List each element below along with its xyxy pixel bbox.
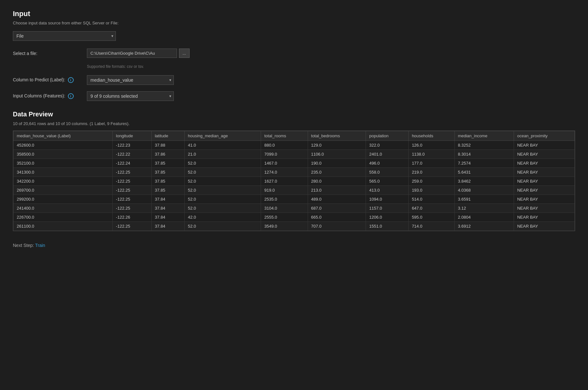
table-cell: 514.0 [408, 195, 454, 204]
data-source-select[interactable]: File SQL Server [13, 31, 116, 41]
table-row: 241400.0-122.2537.8452.03104.0687.01157.… [14, 204, 575, 213]
table-cell: 1138.0 [408, 150, 454, 159]
table-row: 226700.0-122.2637.8442.02555.0665.01206.… [14, 213, 575, 222]
table-cell: 280.0 [308, 177, 366, 186]
table-cell: -122.25 [113, 168, 152, 177]
table-cell: 21.0 [184, 150, 261, 159]
table-cell: 3.6912 [454, 222, 514, 231]
table-cell: 413.0 [366, 186, 408, 195]
table-header-cell: households [408, 131, 454, 141]
table-cell: 3.8462 [454, 177, 514, 186]
table-body: 452600.0-122.2337.8841.0880.0129.0322.01… [14, 141, 575, 231]
table-cell: 2401.0 [366, 150, 408, 159]
table-cell: 919.0 [261, 186, 308, 195]
table-cell: 595.0 [408, 213, 454, 222]
table-cell: 7.2574 [454, 159, 514, 168]
table-cell: 235.0 [308, 168, 366, 177]
table-cell: 1467.0 [261, 159, 308, 168]
next-step-link[interactable]: Train [35, 243, 45, 248]
table-cell: 352100.0 [14, 159, 113, 168]
column-predict-info-icon[interactable]: i [68, 77, 74, 83]
table-cell: NEAR BAY [514, 186, 574, 195]
table-cell: 41.0 [184, 141, 261, 150]
table-header-cell: latitude [151, 131, 184, 141]
table-header-cell: population [366, 131, 408, 141]
table-cell: 37.85 [151, 168, 184, 177]
table-cell: 269700.0 [14, 186, 113, 195]
table-cell: NEAR BAY [514, 150, 574, 159]
table-cell: 687.0 [308, 204, 366, 213]
page-title: Input [13, 10, 575, 18]
table-row: 342200.0-122.2537.8552.01627.0280.0565.0… [14, 177, 575, 186]
table-cell: 52.0 [184, 177, 261, 186]
table-cell: 37.85 [151, 159, 184, 168]
browse-button[interactable]: ... [179, 49, 190, 58]
table-cell: 52.0 [184, 159, 261, 168]
table-header-cell: longitude [113, 131, 152, 141]
table-header-cell: median_income [454, 131, 514, 141]
table-cell: 322.0 [366, 141, 408, 150]
table-cell: 52.0 [184, 222, 261, 231]
file-path-input[interactable] [87, 49, 177, 58]
table-row: 261100.0-122.2537.8452.03549.0707.01551.… [14, 222, 575, 231]
table-row: 299200.0-122.2537.8452.02535.0489.01094.… [14, 195, 575, 204]
table-cell: 129.0 [308, 141, 366, 150]
table-row: 452600.0-122.2337.8841.0880.0129.0322.01… [14, 141, 575, 150]
table-cell: NEAR BAY [514, 141, 574, 150]
table-cell: 2.0804 [454, 213, 514, 222]
input-columns-info-icon[interactable]: i [68, 93, 74, 99]
table-cell: NEAR BAY [514, 177, 574, 186]
table-cell: 52.0 [184, 186, 261, 195]
table-cell: NEAR BAY [514, 204, 574, 213]
table-cell: 3.6591 [454, 195, 514, 204]
table-cell: 714.0 [408, 222, 454, 231]
table-cell: 1551.0 [366, 222, 408, 231]
table-cell: 647.0 [408, 204, 454, 213]
table-cell: 177.0 [408, 159, 454, 168]
input-columns-label: Input Columns (Features): i [13, 93, 87, 99]
table-cell: NEAR BAY [514, 195, 574, 204]
table-cell: -122.25 [113, 222, 152, 231]
next-step-section: Next Step: Train [13, 243, 575, 248]
table-cell: 37.86 [151, 150, 184, 159]
column-predict-select[interactable]: median_house_value [87, 75, 174, 85]
table-cell: 190.0 [308, 159, 366, 168]
table-cell: 4.0368 [454, 186, 514, 195]
table-cell: 558.0 [366, 168, 408, 177]
table-cell: 193.0 [408, 186, 454, 195]
table-cell: 489.0 [308, 195, 366, 204]
table-cell: 358500.0 [14, 150, 113, 159]
file-select-row: Select a file: ... [13, 49, 575, 58]
table-cell: 8.3252 [454, 141, 514, 150]
table-cell: 1094.0 [366, 195, 408, 204]
table-cell: 259.0 [408, 177, 454, 186]
table-header: median_house_value (Label)longitudelatit… [14, 131, 575, 141]
table-cell: 37.84 [151, 222, 184, 231]
table-row: 341300.0-122.2537.8552.01274.0235.0558.0… [14, 168, 575, 177]
table-cell: 37.84 [151, 204, 184, 213]
table-cell: 1627.0 [261, 177, 308, 186]
table-cell: 5.6431 [454, 168, 514, 177]
table-cell: 52.0 [184, 195, 261, 204]
table-cell: 299200.0 [14, 195, 113, 204]
table-cell: 37.84 [151, 213, 184, 222]
table-cell: 1274.0 [261, 168, 308, 177]
data-source-dropdown[interactable]: File SQL Server [13, 31, 116, 41]
input-columns-select[interactable]: 9 of 9 columns selected [87, 91, 174, 101]
table-cell: NEAR BAY [514, 168, 574, 177]
table-cell: 213.0 [308, 186, 366, 195]
table-cell: 3.12 [454, 204, 514, 213]
table-cell: -122.24 [113, 159, 152, 168]
table-cell: -122.25 [113, 177, 152, 186]
table-cell: -122.22 [113, 150, 152, 159]
data-preview-title: Data Preview [13, 111, 575, 118]
table-cell: 241400.0 [14, 204, 113, 213]
table-cell: 52.0 [184, 168, 261, 177]
table-cell: 37.88 [151, 141, 184, 150]
table-cell: 8.3014 [454, 150, 514, 159]
table-cell: 37.85 [151, 177, 184, 186]
table-cell: 341300.0 [14, 168, 113, 177]
column-predict-dropdown[interactable]: median_house_value [87, 75, 174, 85]
input-columns-dropdown[interactable]: 9 of 9 columns selected [87, 91, 174, 101]
column-predict-label: Column to Predict (Label): i [13, 77, 87, 83]
